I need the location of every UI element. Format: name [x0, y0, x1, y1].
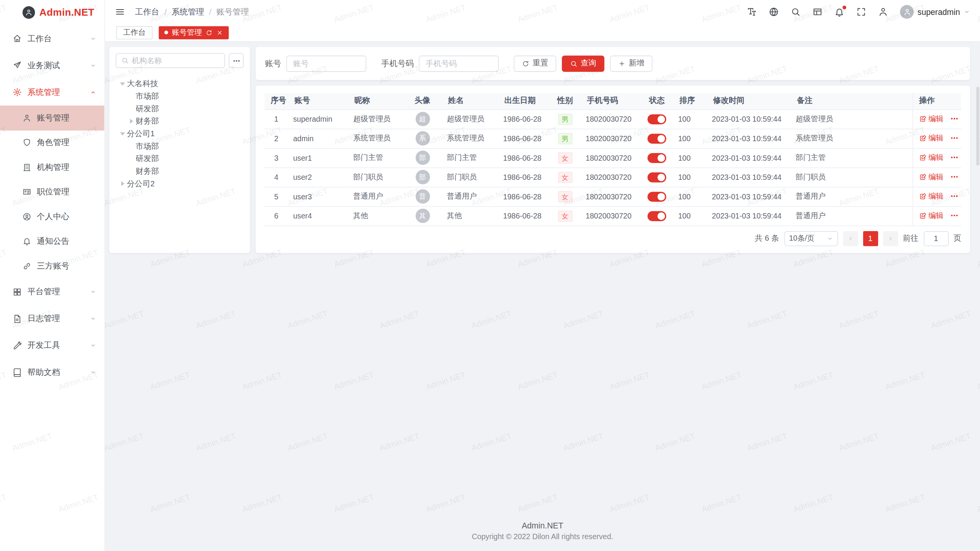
breadcrumb-item[interactable]: 工作台 [135, 6, 160, 17]
tree-node[interactable]: 财务部 [116, 115, 244, 127]
sidebar-item-help-docs[interactable]: 帮助文档 [0, 359, 105, 386]
edit-button[interactable]: 编辑 [919, 133, 944, 143]
status-toggle[interactable] [647, 114, 666, 124]
edit-label: 编辑 [928, 114, 943, 124]
status-toggle[interactable] [647, 191, 666, 201]
cell-nickname: 超级管理员 [348, 109, 403, 129]
tree-node[interactable]: 大名科技 [116, 77, 244, 90]
sidebar-item-log-management[interactable]: 日志管理 [0, 305, 105, 332]
more-actions-button[interactable] [950, 134, 959, 143]
add-button[interactable]: 新增 [610, 55, 652, 71]
more-actions-button[interactable] [950, 153, 959, 162]
next-page-button[interactable] [883, 231, 898, 246]
goto-input[interactable] [923, 231, 948, 246]
user-settings-icon[interactable] [878, 7, 888, 17]
org-search-row [116, 53, 244, 68]
org-more-button[interactable] [229, 53, 244, 68]
tree-node[interactable]: 研发部 [116, 103, 244, 115]
col-account: 账号 [288, 93, 348, 109]
fullscreen-icon[interactable] [856, 7, 866, 17]
sidebar-item-account-management[interactable]: 账号管理 [0, 106, 105, 130]
tree-node[interactable]: 市场部 [116, 90, 244, 103]
status-toggle[interactable] [647, 153, 666, 163]
cell-status [640, 206, 673, 226]
table-row: 5 user3 普通用户 普 普通用户 1986-06-28 女 1802003… [265, 187, 961, 206]
page-number-button[interactable]: 1 [863, 231, 878, 246]
close-tab-icon[interactable] [216, 29, 223, 36]
caret-icon[interactable] [118, 129, 127, 138]
sidebar-item-org-management[interactable]: 机构管理 [0, 155, 105, 179]
edit-button[interactable]: 编辑 [919, 152, 944, 163]
edit-button[interactable]: 编辑 [919, 210, 944, 221]
sidebar-item-label: 通知公告 [37, 236, 96, 247]
tree-node[interactable]: 研发部 [116, 152, 244, 165]
tab-label: 账号管理 [172, 27, 202, 38]
more-actions-button[interactable] [950, 211, 959, 220]
scrollbar[interactable] [976, 87, 979, 166]
tree-node[interactable]: 分公司2 [116, 178, 244, 190]
search-icon [570, 60, 578, 67]
more-actions-button[interactable] [950, 173, 959, 181]
user-menu[interactable]: superadmin [900, 5, 970, 19]
cell-avatar: 部 [403, 148, 442, 168]
edit-label: 编辑 [928, 133, 943, 143]
cell-sort: 100 [673, 109, 707, 129]
notification-button[interactable] [835, 7, 844, 17]
sidebar-item-workbench[interactable]: 工作台 [0, 25, 105, 52]
edit-button[interactable]: 编辑 [919, 191, 944, 202]
tree-node[interactable]: 市场部 [116, 140, 244, 153]
sidebar-item-personal-center[interactable]: 个人中心 [0, 204, 105, 229]
sidebar-item-role-management[interactable]: 角色管理 [0, 130, 105, 155]
more-actions-button[interactable] [950, 192, 959, 201]
edit-icon [919, 115, 927, 123]
refresh-tab-icon[interactable] [206, 29, 212, 36]
caret-icon[interactable] [118, 79, 127, 88]
tree-node-label: 研发部 [136, 103, 159, 114]
edit-icon [919, 134, 927, 142]
page-size-select[interactable]: 10条/页 [784, 231, 838, 246]
font-size-icon[interactable] [747, 7, 757, 17]
tree-node[interactable]: 分公司1 [116, 127, 244, 140]
breadcrumb-item-current: 账号管理 [216, 6, 249, 17]
search-icon [121, 57, 129, 65]
layout-theme-icon[interactable] [813, 7, 823, 17]
avatar: 部 [415, 150, 430, 165]
breadcrumb: 工作台 / 系统管理 / 账号管理 [135, 6, 249, 17]
status-toggle[interactable] [647, 134, 666, 143]
col-gender: 性别 [549, 93, 581, 109]
tab-workbench[interactable]: 工作台 [116, 26, 153, 39]
sidebar-item-system-management[interactable]: 系统管理 [0, 79, 105, 106]
sidebar-item-position-management[interactable]: 职位管理 [0, 179, 105, 204]
caret-icon [127, 154, 136, 163]
language-icon[interactable] [769, 7, 779, 17]
sidebar-item-platform-management[interactable]: 平台管理 [0, 278, 105, 305]
more-actions-button[interactable] [950, 114, 959, 123]
sidebar-item-third-party-account[interactable]: 三方账号 [0, 254, 105, 278]
cell-modified: 2023-01-03 10:59:44 [707, 168, 791, 187]
sidebar-item-business-test[interactable]: 业务测试 [0, 52, 105, 79]
tree-node[interactable]: 财务部 [116, 165, 244, 178]
breadcrumb-item[interactable]: 系统管理 [172, 6, 204, 17]
search-button[interactable]: 查询 [562, 55, 604, 71]
status-toggle[interactable] [647, 172, 666, 182]
cell-account: superadmin [288, 109, 348, 129]
sidebar-item-notice[interactable]: 通知公告 [0, 229, 105, 253]
menu-toggle-icon[interactable] [115, 7, 125, 17]
prev-page-button[interactable] [843, 231, 858, 246]
reset-button[interactable]: 重置 [514, 55, 556, 71]
account-input[interactable] [286, 55, 366, 71]
tab-account-management[interactable]: 账号管理 [159, 26, 229, 39]
sidebar: Admin.NET 工作台 业务测试 系统管理 账号管理 [0, 0, 105, 551]
search-icon[interactable] [791, 7, 800, 17]
status-toggle[interactable] [647, 211, 666, 221]
caret-icon[interactable] [118, 179, 127, 188]
cell-modified: 2023-01-03 10:59:44 [707, 148, 791, 168]
org-search-input[interactable] [132, 56, 219, 65]
sidebar-item-dev-tools[interactable]: 开发工具 [0, 332, 105, 359]
caret-icon[interactable] [127, 117, 136, 126]
edit-button[interactable]: 编辑 [919, 114, 944, 124]
org-search-field[interactable] [116, 53, 225, 68]
cell-nickname: 系统管理员 [348, 129, 403, 148]
edit-button[interactable]: 编辑 [919, 172, 944, 183]
phone-input[interactable] [419, 55, 499, 71]
